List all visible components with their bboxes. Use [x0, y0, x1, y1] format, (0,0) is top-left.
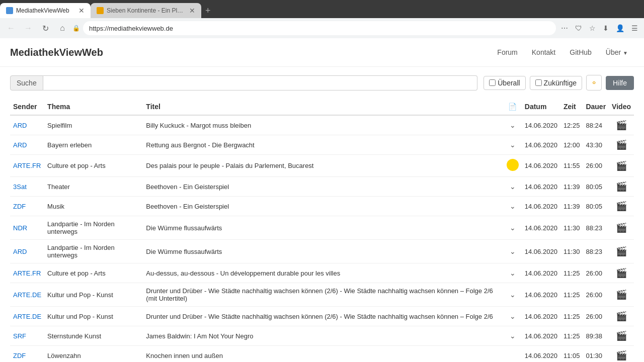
app-title: MediathekViewWeb: [10, 47, 103, 58]
chevron-button[interactable]: ⌄: [507, 311, 519, 321]
table-row: ARTE.FRCulture et pop - ArtsAu-dessus, a…: [10, 263, 634, 283]
tab-bar: MediathekViewWeb ✕ Sieben Kontinente - E…: [0, 0, 644, 18]
menu-button[interactable]: ☰: [629, 22, 640, 34]
search-input[interactable]: [43, 75, 478, 90]
chevron-button[interactable]: ⌄: [507, 120, 519, 130]
bookmark-star-button[interactable]: ☆: [587, 22, 598, 34]
nav-kontakt[interactable]: Kontakt: [526, 45, 561, 59]
reload-button[interactable]: ↻: [38, 21, 52, 35]
zukunftige-checkbox[interactable]: [535, 79, 542, 86]
chevron-button[interactable]: ⌄: [507, 246, 519, 256]
video-icon[interactable]: 🎬: [616, 201, 627, 211]
table-row: ARTE.FRCulture et pop - ArtsDes palais p…: [10, 155, 634, 177]
tab-sieben[interactable]: Sieben Kontinente - Ein Planet... ✕: [91, 3, 201, 18]
uberall-checkbox-label[interactable]: Überall: [484, 76, 525, 90]
video-icon[interactable]: 🎬: [616, 290, 627, 300]
video-icon[interactable]: 🎬: [616, 182, 627, 192]
sender-link[interactable]: ARD: [13, 141, 27, 149]
table-header: Sender Thema Titel 📄 Datum Zeit Dauer Vi…: [10, 99, 634, 115]
forward-button[interactable]: →: [21, 21, 35, 35]
sender-link[interactable]: ZDF: [13, 352, 26, 359]
home-button[interactable]: ⌂: [55, 21, 69, 35]
help-button[interactable]: Hilfe: [606, 76, 634, 90]
sender-link[interactable]: 3Sat: [13, 183, 27, 191]
new-tab-button[interactable]: +: [201, 3, 215, 18]
chevron-cell: [504, 346, 522, 363]
nav-forum[interactable]: Forum: [491, 45, 523, 59]
sender-link[interactable]: ARTE.FR: [13, 162, 41, 169]
sender-link[interactable]: ARD: [13, 122, 27, 129]
video-icon[interactable]: 🎬: [616, 268, 627, 278]
tab-close-mediathek[interactable]: ✕: [78, 7, 85, 14]
chevron-button[interactable]: ⌄: [507, 268, 519, 278]
sender-link[interactable]: ARTE.DE: [13, 313, 41, 320]
rss-button[interactable]: ⚬: [586, 75, 602, 90]
chevron-cell: [504, 155, 522, 177]
profile-button[interactable]: 👤: [614, 22, 626, 34]
col-video: Video: [609, 99, 634, 115]
video-icon[interactable]: 🎬: [616, 161, 627, 171]
tab-mediathek[interactable]: MediathekViewWeb ✕: [0, 3, 91, 18]
video-cell: 🎬: [609, 155, 634, 177]
uberall-checkbox[interactable]: [489, 79, 496, 86]
titel-cell: Drunter und Drüber - Wie Städte nachhalt…: [143, 283, 503, 307]
video-icon[interactable]: 🎬: [616, 311, 627, 321]
chevron-button[interactable]: ⌄: [507, 223, 519, 233]
header-nav: Forum Kontakt GitHub Über ▼: [491, 45, 634, 59]
sender-link[interactable]: ZDF: [13, 203, 26, 210]
sender-link[interactable]: ARTE.FR: [13, 269, 41, 277]
tab-favicon-mediathek: [6, 7, 13, 14]
col-thema: Thema: [44, 99, 143, 115]
datum-cell: 14.06.2020: [522, 263, 560, 283]
sender-link[interactable]: ARTE.DE: [13, 291, 41, 299]
chevron-button[interactable]: ⌄: [507, 290, 519, 300]
video-icon[interactable]: 🎬: [616, 140, 627, 150]
tab-close-sieben[interactable]: ✕: [189, 7, 195, 14]
video-icon[interactable]: 🎬: [616, 223, 627, 233]
uberall-label: Überall: [498, 79, 520, 87]
titel-cell: Des palais pour le peuple - Palais du Pa…: [143, 155, 503, 177]
datum-cell: 14.06.2020: [522, 197, 560, 216]
dauer-cell: 26:00: [583, 155, 609, 177]
col-dauer: Dauer: [583, 99, 609, 115]
datum-cell: 14.06.2020: [522, 115, 560, 135]
zeit-cell: 11:39: [560, 197, 583, 216]
col-datum: Datum: [522, 99, 560, 115]
datum-cell: 14.06.2020: [522, 346, 560, 363]
table-row: ARDBayern erlebenRettung aus Bergnot - D…: [10, 135, 634, 155]
extensions-button[interactable]: ⋯: [559, 22, 570, 34]
chevron-cell: ⌄: [504, 307, 522, 326]
datum-cell: 14.06.2020: [522, 135, 560, 155]
zukunftige-checkbox-label[interactable]: Zukünftige: [530, 76, 582, 90]
nav-github[interactable]: GitHub: [564, 45, 598, 59]
dauer-cell: 88:23: [583, 216, 609, 240]
col-sender: Sender: [10, 99, 44, 115]
video-cell: 🎬: [609, 263, 634, 283]
chevron-cell: ⌄: [504, 177, 522, 197]
download-button[interactable]: ⬇: [601, 22, 611, 34]
chevron-button[interactable]: ⌄: [507, 182, 519, 192]
video-cell: 🎬: [609, 197, 634, 216]
chevron-button[interactable]: ⌄: [507, 140, 519, 150]
chevron-button[interactable]: ⌄: [507, 201, 519, 211]
video-icon[interactable]: 🎬: [616, 246, 627, 256]
video-icon[interactable]: 🎬: [616, 120, 627, 130]
dauer-cell: 80:05: [583, 177, 609, 197]
zeit-cell: 11:55: [560, 155, 583, 177]
sender-link[interactable]: NDR: [13, 224, 27, 232]
address-input[interactable]: [83, 21, 556, 35]
app-header: MediathekViewWeb Forum Kontakt GitHub Üb…: [0, 38, 644, 67]
back-button[interactable]: ←: [4, 21, 18, 35]
nav-uber[interactable]: Über ▼: [600, 45, 634, 59]
video-icon[interactable]: 🎬: [616, 331, 627, 341]
video-icon[interactable]: 🎬: [616, 350, 627, 360]
chevron-button[interactable]: ⌄: [507, 331, 519, 341]
sender-link[interactable]: ARD: [13, 248, 27, 255]
table-row: ZDFMusikBeethoven - Ein Geisterspiel⌄14.…: [10, 197, 634, 216]
sender-link[interactable]: SRF: [13, 332, 26, 340]
chevron-cell: ⌄: [504, 216, 522, 240]
video-cell: 🎬: [609, 326, 634, 346]
table-row: ZDFLöwenzahnKnochen innen und außen14.06…: [10, 346, 634, 363]
shield-icon-btn[interactable]: 🛡: [573, 22, 584, 34]
video-cell: 🎬: [609, 346, 634, 363]
